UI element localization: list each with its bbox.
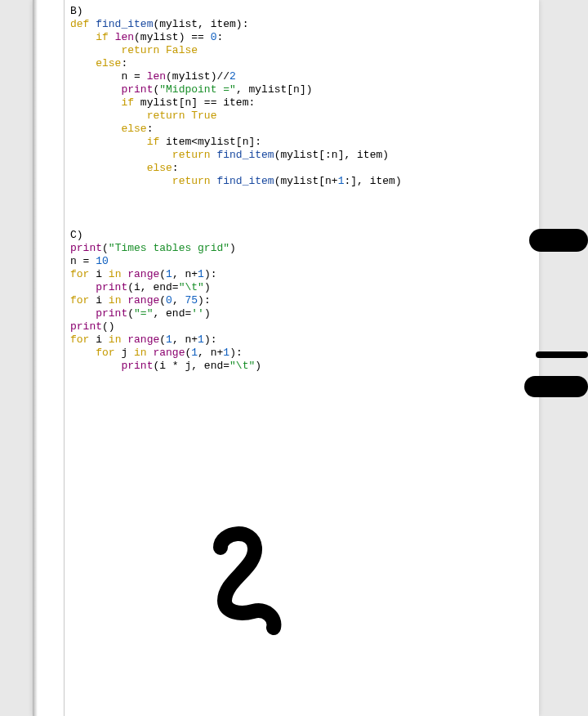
code-token: "=" (134, 307, 153, 320)
code-token: mylist[n] == item: (140, 96, 255, 109)
code-token: True (191, 110, 216, 122)
code-token: (mylist, item): (153, 18, 248, 30)
code-token: return (172, 175, 217, 187)
code-token (70, 281, 96, 293)
code-token: , end= (153, 307, 191, 320)
page-viewport: B) def find_item(mylist, item): if len(m… (0, 0, 588, 716)
ink-mark-icon (529, 229, 588, 252)
ink-mark-icon (536, 351, 588, 358)
code-token: (i, end= (127, 281, 178, 293)
code-token: (mylist)// (166, 70, 229, 83)
code-token: for (96, 347, 121, 359)
code-block-c: C) print("Times tables grid") n = 10 for… (70, 229, 261, 373)
code-token: (mylist[n+ (274, 175, 338, 187)
code-token: return (172, 149, 217, 161)
code-token: i (96, 333, 109, 346)
code-token: "\t" (229, 360, 255, 372)
code-token (70, 57, 96, 69)
code-token: , n+ (172, 333, 198, 346)
code-token: if (147, 136, 166, 148)
code-token: ): (204, 268, 217, 280)
code-token: 1 (198, 333, 204, 346)
code-token: ( (159, 333, 166, 346)
code-token: ): (229, 347, 243, 359)
code-token: print (96, 307, 127, 320)
code-token: if (96, 31, 114, 43)
spiral-binding-shadow (33, 0, 38, 716)
code-token: if (121, 96, 140, 109)
code-token: ) (204, 307, 211, 320)
code-token: ( (127, 307, 134, 320)
code-token: ): (204, 333, 217, 346)
code-token: (i * j, end= (153, 360, 229, 372)
code-token: 75 (185, 294, 198, 307)
code-token: in (109, 294, 127, 307)
code-token: ): (198, 294, 211, 307)
code-token: i (96, 268, 109, 280)
code-token (70, 307, 96, 320)
code-token: j (121, 347, 134, 359)
code-token: range (127, 268, 159, 280)
code-token: 2 (229, 70, 236, 83)
code-token: "Times tables grid" (109, 242, 229, 254)
code-token: ( (159, 268, 166, 280)
handwritten-number: 2 (196, 523, 294, 638)
code-token: for (70, 333, 96, 346)
code-token: : (172, 162, 179, 174)
code-token: 10 (96, 255, 109, 267)
code-token: ) (204, 281, 211, 293)
code-token: "\t" (179, 281, 204, 293)
code-token (70, 149, 172, 161)
code-token: 1 (198, 268, 204, 280)
code-token: 1 (223, 347, 229, 359)
code-token: for (70, 294, 96, 307)
code-token: "Midpoint =" (159, 83, 236, 96)
code-token: B) (70, 5, 83, 17)
code-token: :], item) (344, 175, 401, 187)
code-token: , mylist[n]) (236, 83, 313, 96)
code-token: ( (102, 242, 109, 254)
code-token: , n+ (198, 347, 223, 359)
code-token: len (115, 31, 134, 43)
code-token: n = (70, 255, 96, 267)
code-token: print (70, 242, 102, 254)
code-token: ) (255, 360, 261, 372)
code-token: else (96, 57, 121, 69)
code-token (70, 136, 147, 148)
code-token: range (153, 347, 185, 359)
code-token: n = (70, 70, 147, 83)
code-token: return (147, 110, 192, 122)
code-token: range (127, 333, 159, 346)
code-token: find_item (216, 149, 274, 161)
code-token: def (70, 18, 96, 30)
code-token: : (216, 31, 223, 43)
code-token: (mylist) == (134, 31, 211, 43)
page-margin-line (64, 0, 65, 716)
code-token: () (102, 320, 115, 333)
code-token (70, 96, 121, 109)
code-token (70, 31, 96, 43)
code-token: in (109, 268, 127, 280)
code-token: 1 (166, 268, 172, 280)
code-token: print (96, 281, 127, 293)
code-token: print (121, 83, 153, 96)
code-token: item<mylist[n]: (166, 136, 261, 148)
code-token: len (147, 70, 166, 83)
code-token (70, 360, 121, 372)
code-token (70, 347, 96, 359)
code-token: ( (159, 294, 166, 307)
code-token: print (70, 320, 102, 333)
code-token: , (172, 294, 185, 307)
code-token: find_item (216, 175, 274, 187)
code-token: '' (191, 307, 204, 320)
code-token: False (166, 44, 198, 56)
code-token: else (121, 123, 146, 135)
code-token: 0 (166, 294, 172, 307)
code-token (70, 110, 147, 122)
code-token: : (147, 123, 154, 135)
code-token (70, 123, 121, 135)
code-token: else (147, 162, 172, 174)
code-token: find_item (96, 18, 153, 30)
code-token: C) (70, 229, 83, 241)
code-token: i (96, 294, 109, 307)
